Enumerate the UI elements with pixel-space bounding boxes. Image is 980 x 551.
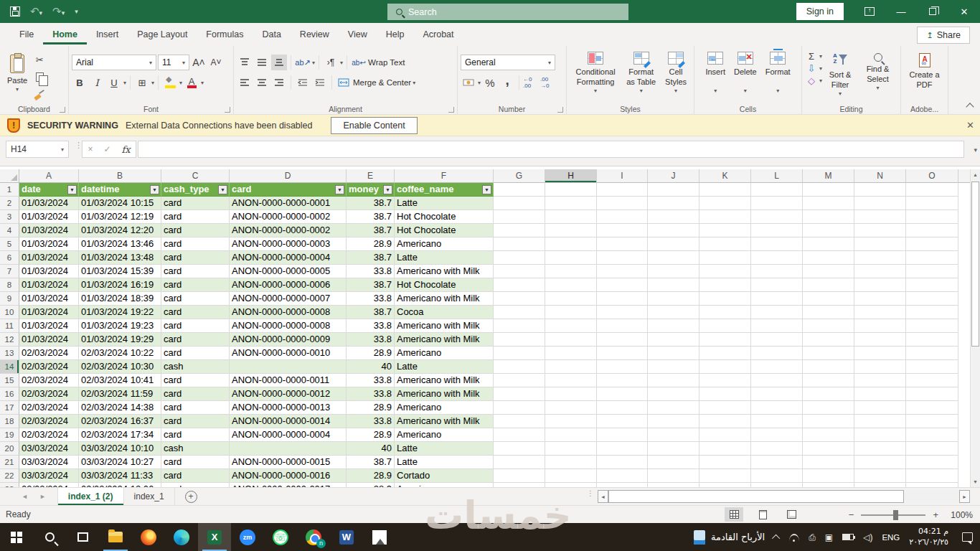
filter-button-cash_type[interactable]: ▼	[218, 185, 227, 194]
decrease-indent-button[interactable]	[295, 75, 311, 90]
cell-L1[interactable]	[751, 183, 803, 197]
cell-F10[interactable]: Cocoa	[395, 306, 494, 319]
cell-F19[interactable]: Americano	[395, 428, 494, 442]
row-header-6[interactable]: 6	[0, 251, 19, 265]
cell-H12[interactable]	[545, 333, 597, 347]
zoom-in-button[interactable]: +	[933, 509, 938, 520]
row-header-12[interactable]: 12	[0, 333, 19, 347]
cell-F13[interactable]: Americano	[395, 347, 494, 360]
paste-button[interactable]: Paste▾	[3, 49, 32, 96]
text-direction-button[interactable]: ›¶	[323, 55, 339, 70]
filter-button-card[interactable]: ▼	[335, 185, 344, 194]
cell-D19[interactable]: ANON-0000-0000-0004	[230, 428, 347, 442]
sort-filter-button[interactable]: AZ Sort & Filter▾	[822, 49, 858, 100]
font-name-select[interactable]: Arial▾	[72, 55, 156, 70]
delete-cells-button[interactable]: ✕ Delete▾	[730, 49, 761, 98]
comma-style-button[interactable]: ,	[499, 75, 515, 90]
cell-N15[interactable]	[854, 374, 906, 387]
cell-L10[interactable]	[751, 306, 803, 319]
cell-M11[interactable]	[803, 319, 854, 333]
cell-M4[interactable]	[803, 224, 854, 237]
cell-I7[interactable]	[597, 265, 648, 278]
cell-G9[interactable]	[494, 292, 545, 306]
cell-D20[interactable]	[230, 442, 347, 456]
find-select-button[interactable]: Find & Select▾	[858, 49, 897, 95]
cell-H14[interactable]	[545, 360, 597, 374]
cell-C21[interactable]: card	[161, 456, 230, 469]
cell-L19[interactable]	[751, 428, 803, 442]
cell-O15[interactable]	[906, 374, 958, 387]
cell-D21[interactable]: ANON-0000-0000-0015	[230, 456, 347, 469]
cell-M13[interactable]	[803, 347, 854, 360]
cell-C15[interactable]: card	[161, 374, 230, 387]
insert-function-icon[interactable]: fx	[121, 144, 130, 155]
scroll-left-icon[interactable]: ◄	[598, 490, 608, 503]
cell-G5[interactable]	[494, 237, 545, 251]
cell-M6[interactable]	[803, 251, 854, 265]
chrome-button[interactable]: n	[297, 523, 330, 551]
cell-G2[interactable]	[494, 197, 545, 210]
filter-button-coffee_name[interactable]: ▼	[482, 185, 491, 194]
cell-C16[interactable]: card	[161, 387, 230, 401]
cell-L15[interactable]	[751, 374, 803, 387]
cell-D11[interactable]: ANON-0000-0000-0008	[230, 319, 347, 333]
copy-button[interactable]	[32, 69, 47, 85]
cell-L6[interactable]	[751, 251, 803, 265]
cell-F1[interactable]: coffee_name▼	[395, 183, 494, 197]
cell-K22[interactable]	[699, 469, 751, 483]
show-hidden-icons-button[interactable]	[772, 534, 780, 542]
cell-C20[interactable]: cash	[161, 442, 230, 456]
cell-O16[interactable]	[906, 387, 958, 401]
tab-bar-splitter[interactable]: ⋮	[587, 491, 594, 495]
cell-D15[interactable]: ANON-0000-0000-0011	[230, 374, 347, 387]
zoom-out-button[interactable]: −	[849, 509, 854, 520]
cell-B16[interactable]: 02/03/2024 11:59	[79, 387, 161, 401]
cell-C5[interactable]: card	[161, 237, 230, 251]
cell-N1[interactable]	[854, 183, 906, 197]
cell-M3[interactable]	[803, 210, 854, 224]
cell-I15[interactable]	[597, 374, 648, 387]
cell-I1[interactable]	[597, 183, 648, 197]
cell-K14[interactable]	[699, 360, 751, 374]
column-header-I[interactable]: I	[597, 169, 648, 183]
cell-E10[interactable]: 38.7	[347, 306, 395, 319]
tab-view[interactable]: View	[339, 24, 377, 44]
cell-K17[interactable]	[699, 401, 751, 415]
cell-J9[interactable]	[648, 292, 699, 306]
cell-N14[interactable]	[854, 360, 906, 374]
cell-K16[interactable]	[699, 387, 751, 401]
cell-I13[interactable]	[597, 347, 648, 360]
cell-A18[interactable]: 02/03/2024	[19, 415, 79, 428]
cell-C13[interactable]: card	[161, 347, 230, 360]
cell-N19[interactable]	[854, 428, 906, 442]
cell-O20[interactable]	[906, 442, 958, 456]
close-button[interactable]: ✕	[948, 0, 980, 23]
cell-L8[interactable]	[751, 278, 803, 292]
row-header-5[interactable]: 5	[0, 237, 19, 251]
cell-H19[interactable]	[545, 428, 597, 442]
cell-M2[interactable]	[803, 197, 854, 210]
cell-L12[interactable]	[751, 333, 803, 347]
cell-H7[interactable]	[545, 265, 597, 278]
tab-page-layout[interactable]: Page Layout	[128, 24, 197, 44]
format-as-table-button[interactable]: Format as Table▾	[621, 49, 661, 98]
accounting-format-button[interactable]	[461, 75, 476, 90]
cell-M18[interactable]	[803, 415, 854, 428]
cell-N2[interactable]	[854, 197, 906, 210]
cell-M1[interactable]	[803, 183, 854, 197]
taskbar-search-button[interactable]	[33, 523, 66, 551]
cell-G1[interactable]	[494, 183, 545, 197]
sign-in-button[interactable]: Sign in	[796, 3, 844, 20]
cell-H1[interactable]	[545, 183, 597, 197]
cell-B15[interactable]: 02/03/2024 10:41	[79, 374, 161, 387]
restore-button[interactable]	[917, 0, 948, 23]
cell-M22[interactable]	[803, 469, 854, 483]
cell-O5[interactable]	[906, 237, 958, 251]
cell-O9[interactable]	[906, 292, 958, 306]
cell-B17[interactable]: 02/03/2024 14:38	[79, 401, 161, 415]
format-painter-button[interactable]	[32, 86, 47, 102]
cell-N17[interactable]	[854, 401, 906, 415]
cell-J12[interactable]	[648, 333, 699, 347]
row-header-18[interactable]: 18	[0, 415, 19, 428]
alignment-dialog-launcher[interactable]	[448, 107, 454, 113]
